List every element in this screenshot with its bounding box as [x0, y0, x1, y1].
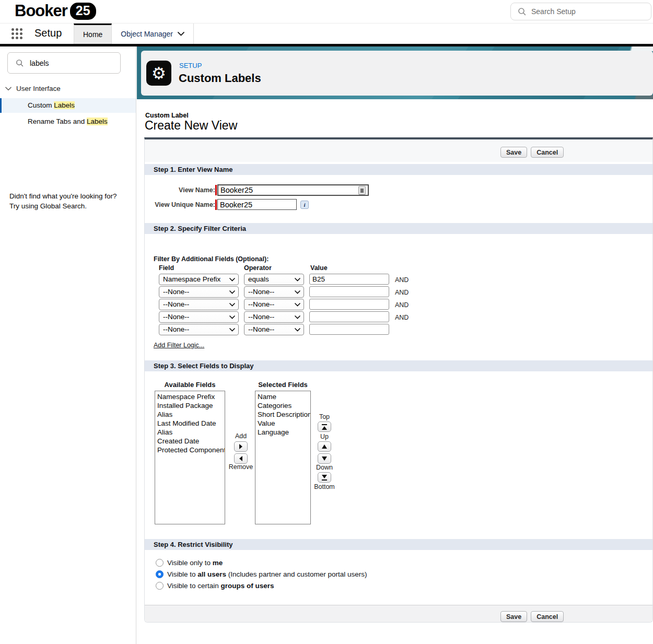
selected-fields-label: Selected Fields	[255, 381, 311, 389]
list-item[interactable]: Last Modified Date	[155, 419, 225, 428]
and-label: AND	[395, 312, 409, 323]
remove-button[interactable]	[234, 453, 248, 464]
page-header-card: ⚙ SETUP Custom Labels	[141, 51, 653, 96]
filter-operator-select[interactable]: equals	[244, 274, 304, 285]
search-icon	[16, 59, 24, 67]
sidebar-search-box[interactable]	[7, 52, 121, 74]
chevron-down-icon	[229, 278, 235, 282]
filter-field-select[interactable]: --None--	[159, 299, 239, 310]
filter-operator-select[interactable]: --None--	[244, 286, 304, 298]
filter-field-select[interactable]: --None--	[159, 286, 239, 298]
filter-value-input[interactable]	[309, 311, 389, 322]
available-fields-label: Available Fields	[155, 381, 225, 389]
move-up-button[interactable]	[318, 441, 331, 452]
view-unique-name-input[interactable]	[217, 199, 297, 210]
view-name-label: View Name:	[145, 184, 215, 196]
filter-value-input[interactable]	[309, 299, 389, 310]
radio-visible-all-users[interactable]: Visible to all users (Includes partner a…	[156, 569, 367, 579]
tab-object-manager[interactable]: Object Manager	[112, 24, 194, 44]
move-down-button[interactable]	[318, 453, 331, 464]
logo-badge: 25	[70, 3, 96, 20]
list-item[interactable]: Language	[255, 428, 310, 437]
top-button-bar	[145, 139, 652, 162]
radio-visible-groups[interactable]: Visible to certain groups of users	[156, 581, 274, 590]
list-item[interactable]: Alias	[155, 428, 225, 437]
search-highlight: Labels	[87, 118, 108, 125]
list-item[interactable]: Name	[255, 392, 310, 401]
selected-fields-listbox[interactable]: NameCategoriesShort DescriptionValueLang…	[255, 391, 311, 524]
autofill-icon[interactable]	[358, 186, 366, 195]
radio-icon[interactable]	[156, 559, 164, 567]
filter-field-select[interactable]: --None--	[159, 311, 239, 323]
and-label: AND	[395, 287, 409, 298]
view-unique-name-label: View Unique Name:	[145, 199, 215, 210]
add-button[interactable]	[234, 441, 248, 452]
save-button[interactable]: Save	[500, 147, 527, 158]
chevron-down-icon	[178, 32, 184, 36]
cancel-button[interactable]: Cancel	[531, 147, 564, 158]
page-title: Custom Labels	[179, 72, 261, 85]
search-highlight: Labels	[54, 101, 75, 109]
sidebar-item-custom-labels[interactable]: Custom Labels	[0, 98, 136, 113]
arrow-to-top-icon	[322, 424, 327, 430]
list-item[interactable]: Installed Package	[155, 401, 225, 410]
column-header-field: Field	[159, 264, 174, 272]
chevron-down-icon	[229, 328, 235, 332]
section-label: User Interface	[16, 85, 61, 92]
setup-app-name: Setup	[34, 27, 62, 39]
list-item[interactable]: Created Date	[155, 437, 225, 446]
setup-search-box[interactable]	[510, 3, 651, 20]
list-item[interactable]: Short Description	[255, 410, 310, 419]
radio-icon[interactable]	[156, 570, 164, 578]
list-item[interactable]: Protected Component	[155, 446, 225, 454]
breadcrumb-setup[interactable]: SETUP	[179, 62, 202, 69]
setup-nav-bar: Setup Home Object Manager	[0, 24, 653, 44]
radio-icon[interactable]	[156, 582, 164, 590]
filter-field-select[interactable]: --None--	[159, 324, 239, 335]
filter-operator-select[interactable]: --None--	[244, 324, 304, 335]
required-indicator	[215, 185, 217, 195]
filter-field-select[interactable]: Namespace Prefix	[159, 274, 239, 285]
filter-by-label: Filter By Additional Fields (Optional):	[154, 255, 269, 263]
chevron-down-icon	[229, 290, 235, 294]
available-fields-listbox[interactable]: Namespace PrefixInstalled PackageAliasLa…	[155, 391, 225, 524]
filter-value-input[interactable]	[309, 274, 389, 285]
setup-sidebar: User Interface Custom Labels Rename Tabs…	[0, 46, 136, 644]
chevron-down-icon	[229, 303, 235, 307]
remove-label: Remove	[226, 463, 255, 471]
sidebar-search-input[interactable]	[30, 59, 108, 67]
list-item[interactable]: Value	[255, 419, 310, 428]
sidebar-section-user-interface[interactable]: User Interface	[5, 85, 61, 92]
filter-operator-select[interactable]: --None--	[244, 299, 304, 310]
info-icon[interactable]: i	[300, 201, 309, 209]
app-launcher-icon[interactable]	[11, 28, 23, 40]
filter-value-input[interactable]	[309, 286, 389, 297]
radio-visible-only-me[interactable]: Visible only to me	[156, 558, 223, 567]
and-label: AND	[395, 274, 409, 286]
chevron-down-icon	[295, 278, 300, 282]
setup-search-input[interactable]	[531, 7, 631, 16]
save-button[interactable]: Save	[500, 611, 527, 622]
required-indicator	[215, 200, 217, 210]
filter-operator-select[interactable]: --None--	[244, 311, 304, 323]
sidebar-footer-text: Didn't find what you're looking for? Try…	[9, 191, 117, 211]
view-name-input[interactable]	[217, 184, 369, 196]
bottom-label: Bottom	[310, 483, 339, 490]
up-label: Up	[310, 433, 339, 440]
move-bottom-button[interactable]	[318, 472, 331, 483]
search-icon	[518, 7, 526, 16]
sidebar-item-rename-tabs-labels[interactable]: Rename Tabs and Labels	[0, 114, 136, 129]
move-top-button[interactable]	[318, 421, 331, 432]
filter-value-input[interactable]	[309, 324, 389, 335]
chevron-down-icon	[229, 315, 235, 319]
arrow-to-bottom-icon	[322, 475, 327, 481]
list-item[interactable]: Categories	[255, 401, 310, 410]
global-header: Booker 25	[0, 0, 653, 24]
list-item[interactable]: Alias	[155, 410, 225, 419]
right-arrow-icon	[239, 444, 243, 449]
list-item[interactable]: Namespace Prefix	[155, 392, 225, 401]
chevron-down-icon	[295, 328, 300, 332]
add-filter-logic-link[interactable]: Add Filter Logic...	[154, 342, 204, 349]
tab-home[interactable]: Home	[74, 24, 112, 44]
cancel-button[interactable]: Cancel	[531, 611, 564, 622]
